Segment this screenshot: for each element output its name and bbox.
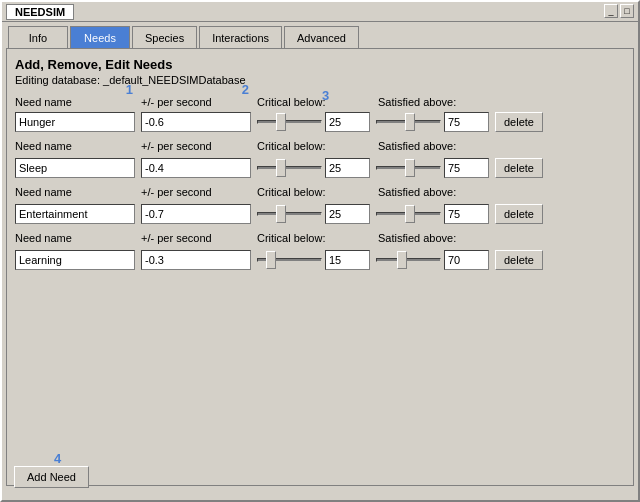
critical-value-learning[interactable] [325, 250, 370, 270]
critical-value-sleep[interactable] [325, 158, 370, 178]
label-need-name-4: Need name [15, 232, 135, 244]
label-satisfied-3: Satisfied above: [378, 186, 493, 198]
satisfied-slider-group-learning [376, 250, 489, 270]
critical-slider-group-hunger [257, 112, 370, 132]
need-row-learning: delete [15, 250, 625, 270]
need-rate-learning[interactable] [141, 250, 251, 270]
delete-button-hunger[interactable]: delete [495, 112, 543, 132]
critical-value-entertainment[interactable] [325, 204, 370, 224]
add-need-button[interactable]: Add Need [14, 466, 89, 488]
tab-advanced[interactable]: Advanced [284, 26, 359, 48]
satisfied-value-sleep[interactable] [444, 158, 489, 178]
tab-info[interactable]: Info [8, 26, 68, 48]
satisfied-slider-sleep[interactable] [376, 166, 441, 170]
satisfied-thumb-hunger[interactable] [405, 113, 415, 131]
need-name-learning[interactable] [15, 250, 135, 270]
critical-value-hunger[interactable] [325, 112, 370, 132]
critical-thumb-hunger[interactable] [276, 113, 286, 131]
satisfied-thumb-learning[interactable] [397, 251, 407, 269]
need-row-sleep: delete [15, 158, 625, 178]
critical-slider-sleep[interactable] [257, 166, 322, 170]
satisfied-slider-learning[interactable] [376, 258, 441, 262]
label-satisfied-2: Satisfied above: [378, 140, 493, 152]
section-title: Add, Remove, Edit Needs [15, 57, 625, 72]
label-satisfied-4: Satisfied above: [378, 232, 493, 244]
label-critical-3: Critical below: [257, 186, 372, 198]
need-name-sleep[interactable] [15, 158, 135, 178]
section-subtitle: Editing database: _default_NEEDSIMDataba… [15, 74, 625, 86]
annotation-4: 4 [54, 451, 61, 466]
main-window: NEEDSIM _ □ Info Needs Species Interacti… [0, 0, 640, 502]
need-row-hunger: delete [15, 112, 625, 132]
col-rate: +/- per second [141, 96, 212, 108]
satisfied-slider-hunger[interactable] [376, 120, 441, 124]
satisfied-value-learning[interactable] [444, 250, 489, 270]
label-need-name-3: Need name [15, 186, 135, 198]
critical-thumb-entertainment[interactable] [276, 205, 286, 223]
title-bar-controls: _ □ [604, 4, 634, 18]
label-critical-4: Critical below: [257, 232, 372, 244]
label-critical-2: Critical below: [257, 140, 372, 152]
satisfied-slider-group-hunger [376, 112, 489, 132]
minimize-button[interactable]: _ [604, 4, 618, 18]
satisfied-thumb-sleep[interactable] [405, 159, 415, 177]
col-critical: Critical below: [257, 96, 325, 108]
critical-slider-learning[interactable] [257, 258, 322, 262]
label-rate-4: +/- per second [141, 232, 251, 244]
delete-button-entertainment[interactable]: delete [495, 204, 543, 224]
need-rate-sleep[interactable] [141, 158, 251, 178]
delete-button-sleep[interactable]: delete [495, 158, 543, 178]
tab-needs[interactable]: Needs [70, 26, 130, 48]
annotation-1: 1 [126, 82, 133, 97]
title-bar: NEEDSIM _ □ [2, 2, 638, 22]
window-title: NEEDSIM [6, 4, 74, 20]
critical-slider-group-sleep [257, 158, 370, 178]
tab-interactions[interactable]: Interactions [199, 26, 282, 48]
satisfied-value-hunger[interactable] [444, 112, 489, 132]
need-name-hunger[interactable] [15, 112, 135, 132]
maximize-button[interactable]: □ [620, 4, 634, 18]
need-rate-hunger[interactable] [141, 112, 251, 132]
satisfied-slider-entertainment[interactable] [376, 212, 441, 216]
label-rate-2: +/- per second [141, 140, 251, 152]
satisfied-slider-group-entertainment [376, 204, 489, 224]
tab-bar: Info Needs Species Interactions Advanced [2, 22, 638, 48]
col-need-name: Need name [15, 96, 72, 108]
need-row-entertainment: delete [15, 204, 625, 224]
critical-slider-group-learning [257, 250, 370, 270]
col-satisfied: Satisfied above: [378, 96, 456, 108]
satisfied-slider-group-sleep [376, 158, 489, 178]
tab-species[interactable]: Species [132, 26, 197, 48]
critical-slider-group-entertainment [257, 204, 370, 224]
critical-thumb-learning[interactable] [266, 251, 276, 269]
satisfied-value-entertainment[interactable] [444, 204, 489, 224]
need-name-entertainment[interactable] [15, 204, 135, 224]
satisfied-thumb-entertainment[interactable] [405, 205, 415, 223]
label-need-name-2: Need name [15, 140, 135, 152]
needs-grid: delete Need name +/- per second Critical… [15, 112, 625, 274]
label-rate-3: +/- per second [141, 186, 251, 198]
delete-button-learning[interactable]: delete [495, 250, 543, 270]
critical-thumb-sleep[interactable] [276, 159, 286, 177]
critical-slider-hunger[interactable] [257, 120, 322, 124]
annotation-2: 2 [242, 82, 249, 97]
need-rate-entertainment[interactable] [141, 204, 251, 224]
content-area: Add, Remove, Edit Needs Editing database… [6, 48, 634, 486]
critical-slider-entertainment[interactable] [257, 212, 322, 216]
